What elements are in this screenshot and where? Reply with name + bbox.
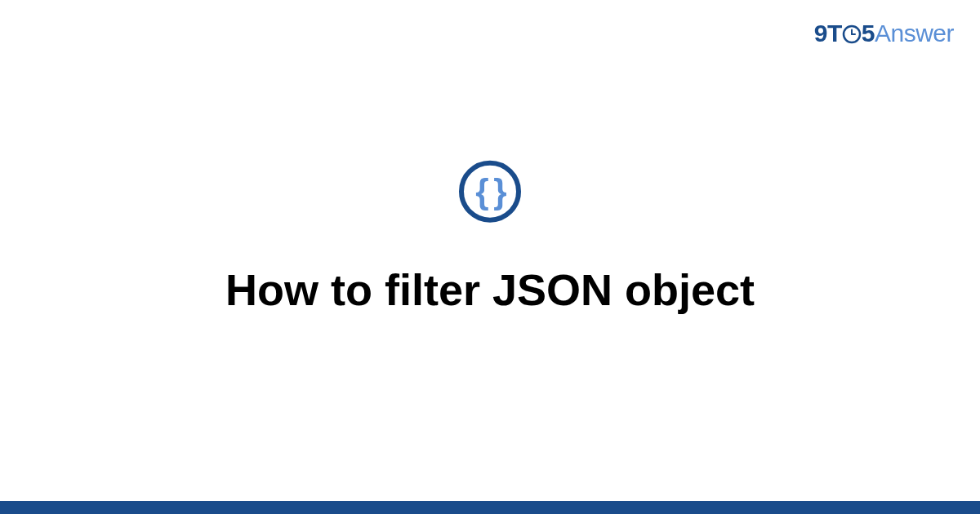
topic-icon-circle: { } xyxy=(459,161,521,223)
logo-text-5: 5 xyxy=(862,20,875,47)
page-title: How to filter JSON object xyxy=(193,264,787,317)
json-braces-icon: { } xyxy=(475,175,504,209)
site-logo: 9T5Answer xyxy=(814,20,954,47)
footer-accent-bar xyxy=(0,501,980,514)
main-content: { } How to filter JSON object xyxy=(0,161,980,317)
logo-text-answer: Answer xyxy=(875,20,954,47)
logo-text-9t: 9T xyxy=(814,20,842,47)
clock-icon xyxy=(842,24,862,44)
